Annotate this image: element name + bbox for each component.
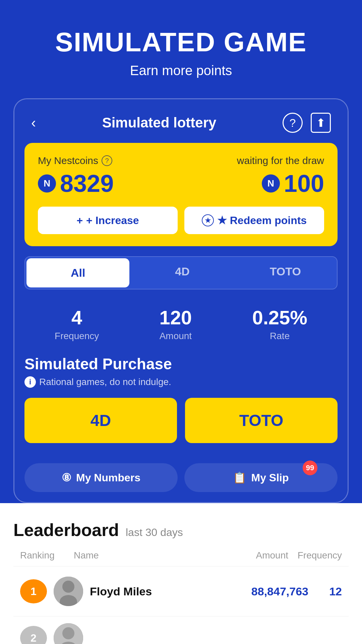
metric-amount: 120 Amount (160, 306, 192, 341)
help-icon[interactable]: ? (283, 113, 303, 133)
table-row-partial: 2 (13, 616, 349, 644)
metric-rate: 0.25% Rate (252, 306, 307, 341)
bottom-nav: ⑧ My Numbers 99 📋 My Slip (14, 453, 348, 502)
metrics-row: 4 Frequency 120 Amount 0.25% Rate (14, 300, 348, 352)
header-subtitle: Earn more points (13, 63, 349, 78)
numbers-icon: ⑧ (62, 471, 71, 484)
table-header: Ranking Name Amount Frequency (13, 550, 349, 567)
slip-badge: 99 (303, 461, 317, 475)
stats-values-row: N 8329 N 100 (38, 170, 324, 197)
col-amount: Amount (208, 550, 288, 561)
4d-button[interactable]: 4D (24, 398, 177, 443)
my-slip-button[interactable]: 99 📋 My Slip (184, 463, 338, 492)
avatar-placeholder (54, 577, 83, 606)
waiting-amount: N 100 (262, 170, 324, 197)
my-numbers-button[interactable]: ⑧ My Numbers (24, 463, 178, 492)
rate-value: 0.25% (252, 306, 307, 329)
leaderboard-section: Leaderboard last 30 days Ranking Name Am… (0, 503, 362, 644)
nestcoin-icon-right: N (262, 174, 280, 193)
amount-value: 120 (160, 306, 192, 329)
stats-top-row: My Nestcoins ? waiting for the draw (38, 155, 324, 166)
toto-button[interactable]: TOTO (185, 398, 338, 443)
back-button[interactable]: ‹ (31, 115, 36, 131)
nestcoin-icon-left: N (38, 174, 56, 193)
svg-point-1 (62, 581, 74, 593)
nav-bar: ‹ Simulated lottery ? ⬆ (14, 99, 348, 143)
nestcoin-balance: N 8329 (38, 170, 114, 197)
avatar-placeholder-2 (54, 623, 83, 644)
star-icon: ★ (202, 214, 214, 226)
purchase-buttons: 4D TOTO (24, 398, 338, 443)
slip-icon: 📋 (233, 471, 246, 484)
amount-label: Amount (160, 331, 192, 341)
header-title: SIMULATED GAME (13, 27, 349, 58)
avatar-2 (54, 623, 83, 644)
table-row: 1 Floyd Miles 88,847,763 12 (13, 567, 349, 616)
row-amount: 88,847,763 (228, 585, 308, 598)
purchase-title: Simulated Purchase (24, 355, 338, 373)
rate-label: Rate (252, 331, 307, 341)
col-ranking: Ranking (20, 550, 74, 561)
tab-4d[interactable]: 4D (131, 257, 234, 289)
col-frequency: Frequency (288, 550, 342, 561)
share-icon[interactable]: ⬆ (311, 113, 331, 133)
increase-button[interactable]: + + Increase (38, 207, 178, 234)
nav-actions: ? ⬆ (283, 113, 331, 133)
plus-icon: + (76, 214, 83, 227)
rank-badge-1: 1 (20, 579, 47, 603)
info-icon: i (24, 376, 36, 388)
nav-title: Simulated lottery (102, 115, 217, 131)
card-inner: ‹ Simulated lottery ? ⬆ My Nestcoins ? w… (14, 99, 348, 502)
row-frequency: 12 (308, 585, 342, 598)
tab-all[interactable]: All (26, 258, 129, 287)
col-name: Name (74, 550, 208, 561)
leaderboard-title: Leaderboard (13, 520, 119, 540)
leaderboard-subtitle: last 30 days (126, 526, 183, 539)
redeem-button[interactable]: ★ ★ Redeem points (184, 207, 324, 234)
purchase-section: Simulated Purchase i Rational games, do … (14, 352, 348, 453)
main-card: ‹ Simulated lottery ? ⬆ My Nestcoins ? w… (13, 98, 349, 503)
header-section: SIMULATED GAME Earn more points (0, 0, 362, 98)
tabs-container: All 4D TOTO (24, 256, 338, 289)
frequency-value: 4 (55, 306, 99, 329)
metric-frequency: 4 Frequency (55, 306, 99, 341)
tab-toto[interactable]: TOTO (234, 257, 337, 289)
row-name: Floyd Miles (90, 585, 228, 598)
waiting-label: waiting for the draw (237, 155, 324, 166)
svg-point-4 (62, 627, 74, 639)
purchase-warning: i Rational games, do not indulge. (24, 376, 338, 388)
nestcoins-label: My Nestcoins ? (38, 155, 112, 166)
frequency-label: Frequency (55, 331, 99, 341)
rank-badge-2: 2 (20, 626, 47, 644)
stats-buttons: + + Increase ★ ★ Redeem points (38, 207, 324, 234)
nestcoins-card: My Nestcoins ? waiting for the draw N 83… (24, 143, 338, 246)
avatar (54, 577, 83, 606)
nestcoins-info-icon[interactable]: ? (102, 155, 112, 166)
leaderboard-header: Leaderboard last 30 days (13, 520, 349, 540)
